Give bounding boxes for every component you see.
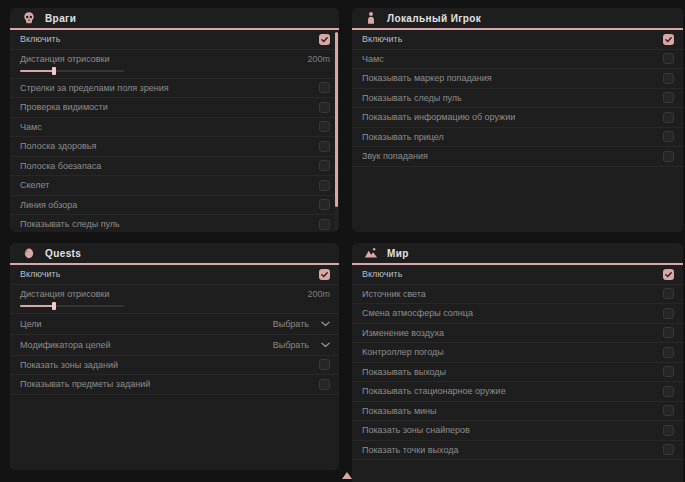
setting-label: Смена атмосферы солнца — [362, 308, 473, 318]
setting-label: Полоска здоровья — [20, 141, 96, 151]
slider-track[interactable] — [20, 305, 124, 307]
slider-row: Дистанция отрисовки200m — [10, 50, 339, 79]
setting-row: Полоска здоровья — [10, 137, 339, 157]
chevron-down-icon — [321, 321, 330, 327]
dropdown-row: Модификатора целейВыбрать — [10, 335, 339, 356]
slider-header: Дистанция отрисовки200m — [20, 288, 330, 301]
setting-row: Показывать мины — [352, 402, 683, 422]
checkbox-unchecked[interactable] — [663, 327, 674, 338]
mountain-icon — [364, 246, 378, 260]
checkbox-unchecked[interactable] — [663, 131, 674, 142]
dropdown-row: ЦелиВыбрать — [10, 314, 339, 335]
setting-row: Показывать предметы заданий — [10, 375, 339, 395]
setting-label: Полоска боезапаса — [20, 161, 101, 171]
panel-title: Quests — [45, 248, 81, 259]
setting-row: Показать зоны снайперов — [352, 421, 683, 441]
slider-row: Дистанция отрисовки200m — [10, 285, 339, 314]
checkbox-checked[interactable] — [663, 269, 674, 280]
setting-row: Чамс — [10, 118, 339, 138]
checkbox-unchecked[interactable] — [663, 308, 674, 319]
dropdown-select[interactable]: Выбрать — [273, 319, 330, 329]
setting-label: Показывать стационарное оружие — [362, 386, 506, 396]
scrollbar-thumb[interactable] — [335, 32, 338, 207]
checkbox-unchecked[interactable] — [663, 73, 674, 84]
panel-title: Локальный Игрок — [387, 13, 481, 24]
checkbox-unchecked[interactable] — [663, 386, 674, 397]
panel-world: МирВключитьИсточник светаСмена атмосферы… — [352, 243, 683, 482]
setting-label: Включить — [20, 34, 60, 44]
checkbox-checked[interactable] — [663, 34, 674, 45]
panel-title: Мир — [387, 248, 409, 259]
slider-label: Дистанция отрисовки — [20, 289, 110, 299]
slider-thumb[interactable] — [52, 302, 56, 310]
setting-row: Чамс — [352, 50, 683, 70]
slider-thumb[interactable] — [52, 67, 56, 75]
dropdown-value: Выбрать — [273, 319, 309, 329]
checkbox-unchecked[interactable] — [319, 121, 330, 132]
setting-label: Включить — [362, 269, 402, 279]
checkbox-unchecked[interactable] — [663, 444, 674, 455]
checkbox-unchecked[interactable] — [663, 347, 674, 358]
setting-row: Включить — [352, 265, 683, 285]
setting-label: Показать зоны снайперов — [362, 425, 470, 435]
setting-row: Источник света — [352, 285, 683, 305]
panel-header: Локальный Игрок — [352, 8, 683, 30]
setting-row: Изменение воздуха — [352, 324, 683, 344]
quest-icon — [22, 246, 36, 260]
panel-rows: ВключитьИсточник светаСмена атмосферы со… — [352, 265, 683, 460]
setting-label: Линия обзора — [20, 200, 77, 210]
setting-row: Стрелки за пределами поля зрения — [10, 79, 339, 99]
setting-row: Проверка видимости — [10, 98, 339, 118]
setting-label: Проверка видимости — [20, 102, 108, 112]
slider-track[interactable] — [20, 70, 124, 72]
panel-rows: ВключитьДистанция отрисовки200mСтрелки з… — [10, 30, 339, 232]
setting-row: Включить — [352, 30, 683, 50]
dropdown-label: Цели — [20, 319, 42, 329]
checkbox-unchecked[interactable] — [663, 92, 674, 103]
setting-row: Линия обзора — [10, 196, 339, 216]
setting-label: Включить — [362, 34, 402, 44]
setting-row: Показывать стационарное оружие — [352, 382, 683, 402]
panel-header: Мир — [352, 243, 683, 265]
checkbox-unchecked[interactable] — [319, 82, 330, 93]
checkbox-unchecked[interactable] — [663, 425, 674, 436]
checkbox-unchecked[interactable] — [663, 53, 674, 64]
slider-fill — [20, 305, 54, 307]
checkbox-unchecked[interactable] — [319, 102, 330, 113]
checkbox-unchecked[interactable] — [319, 219, 330, 230]
checkbox-unchecked[interactable] — [319, 359, 330, 370]
checkbox-unchecked[interactable] — [663, 288, 674, 299]
panel-local-player: Локальный ИгрокВключитьЧамсПоказывать ма… — [352, 8, 683, 232]
skull-icon — [22, 11, 36, 25]
panel-enemies: ВрагиВключитьДистанция отрисовки200mСтре… — [10, 8, 339, 232]
checkbox-unchecked[interactable] — [663, 112, 674, 123]
checkbox-unchecked[interactable] — [663, 405, 674, 416]
checkbox-unchecked[interactable] — [663, 151, 674, 162]
checkbox-unchecked[interactable] — [319, 379, 330, 390]
setting-row: Показывать следы пуль — [10, 215, 339, 232]
setting-row: Показывать маркер попадания — [352, 69, 683, 89]
setting-label: Включить — [20, 269, 60, 279]
checkbox-unchecked[interactable] — [319, 180, 330, 191]
checkbox-unchecked[interactable] — [663, 366, 674, 377]
checkbox-unchecked[interactable] — [319, 160, 330, 171]
setting-label: Показывать выходы — [362, 367, 446, 377]
slider-header: Дистанция отрисовки200m — [20, 53, 330, 66]
setting-label: Контроллер погоды — [362, 347, 444, 357]
setting-row: Скелет — [10, 176, 339, 196]
setting-label: Показывать прицел — [362, 132, 444, 142]
setting-row: Показывать выходы — [352, 363, 683, 383]
checkbox-checked[interactable] — [319, 269, 330, 280]
checkbox-unchecked[interactable] — [319, 199, 330, 210]
cursor-triangle — [342, 472, 352, 479]
setting-label: Показывать следы пуль — [20, 219, 120, 229]
dropdown-select[interactable]: Выбрать — [273, 340, 330, 350]
setting-label: Изменение воздуха — [362, 328, 444, 338]
setting-row: Контроллер погоды — [352, 343, 683, 363]
checkbox-checked[interactable] — [319, 34, 330, 45]
checkbox-unchecked[interactable] — [319, 141, 330, 152]
scrollbar-track[interactable] — [335, 32, 338, 230]
slider-value: 200m — [307, 54, 330, 64]
setting-label: Чамс — [362, 54, 384, 64]
setting-label: Показывать следы пуль — [362, 93, 462, 103]
